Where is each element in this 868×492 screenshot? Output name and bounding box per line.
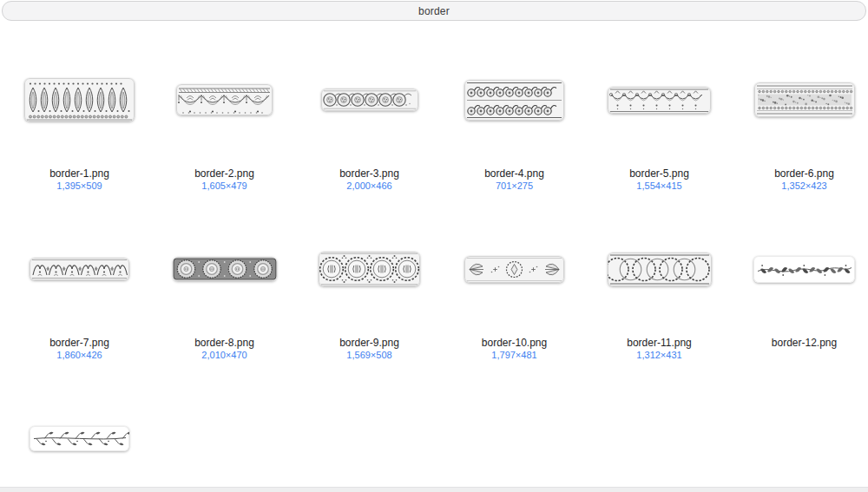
thumbnail-image[interactable]: [754, 82, 855, 117]
thumbnail-area: [608, 204, 712, 334]
file-item-5[interactable]: border-5.png1,554×415: [587, 35, 732, 192]
file-item-4[interactable]: border-4.png701×275: [442, 35, 587, 192]
thumbnail-area: [754, 35, 855, 165]
thumbnail-area: [173, 204, 277, 334]
palmette-ornament-graphic: [24, 78, 135, 121]
thumbnail-image[interactable]: [30, 426, 129, 451]
file-dimensions: 1,860×426: [56, 350, 102, 361]
file-name: border-12.png: [772, 337, 837, 349]
thumbnail-area: [464, 204, 564, 334]
file-name: border-4.png: [484, 167, 544, 180]
file-name: border-8.png: [194, 337, 254, 349]
file-item-9[interactable]: border-9.png1,569×508: [297, 204, 442, 361]
file-item-13[interactable]: [7, 373, 152, 492]
thumbnail-image[interactable]: [321, 89, 418, 111]
thumbnail-image[interactable]: [608, 253, 712, 286]
file-item-1[interactable]: border-1.png1,395×509: [7, 35, 152, 192]
file-grid: border-1.png1,395×509border-2.png1,605×4…: [7, 35, 868, 492]
arch-drop-ornament-graphic: [608, 87, 711, 114]
thumbnail-image[interactable]: [30, 258, 129, 280]
file-name: border-5.png: [629, 167, 689, 180]
interlocking-rings-ornament-graphic: [608, 253, 712, 286]
thumbnail-area: [753, 204, 855, 334]
vine-thin-ornament-graphic: [753, 256, 855, 283]
file-name: border-7.png: [49, 337, 109, 349]
file-name: border-11.png: [627, 337, 692, 349]
file-item-2[interactable]: border-2.png1,605×479: [152, 35, 297, 192]
thumbnail-image[interactable]: [753, 256, 855, 283]
file-dimensions: 2,000×466: [346, 180, 391, 192]
file-item-10[interactable]: border-10.png1,797×481: [442, 204, 587, 361]
swag-garland-ornament-graphic: [176, 84, 273, 115]
file-dimensions: 1,352×423: [781, 180, 826, 192]
file-dimensions: 1,554×415: [636, 180, 681, 192]
thumbnail-area: [319, 204, 420, 334]
file-dimensions: 1,797×481: [491, 350, 536, 361]
window-title: border: [418, 5, 450, 17]
thumbnail-area: [608, 35, 711, 165]
medallion-circles-ornament-graphic: [319, 252, 420, 286]
thumbnail-area: [30, 204, 129, 334]
thumbnail-image[interactable]: [24, 78, 135, 121]
file-name: border-9.png: [339, 337, 399, 349]
file-dimensions: 701×275: [496, 180, 533, 192]
thumbnail-image[interactable]: [319, 252, 420, 286]
thumbnail-area: [176, 35, 273, 165]
coin-circles-ornament-graphic: [173, 257, 277, 281]
file-dimensions: 2,010×470: [201, 350, 247, 361]
file-item-8[interactable]: border-8.png2,010×470: [152, 204, 297, 361]
thumbnail-image[interactable]: [464, 256, 564, 283]
thumbnail-image[interactable]: [173, 257, 277, 281]
thumbnail-area: [321, 35, 418, 165]
wave-rows-ornament-graphic: [464, 80, 564, 121]
file-item-3[interactable]: border-3.png2,000×466: [297, 35, 442, 192]
thumbnail-area: [24, 35, 135, 165]
file-item-6[interactable]: border-6.png1,352×423: [732, 35, 868, 192]
file-dimensions: 1,605×479: [201, 180, 247, 192]
thumbnail-image[interactable]: [176, 84, 273, 115]
scroll-wave-ornament-graphic: [321, 89, 418, 111]
vine-branch-ornament-graphic: [30, 426, 129, 451]
file-name: border-10.png: [482, 337, 547, 349]
file-name: border-3.png: [339, 167, 399, 180]
file-dimensions: 1,395×509: [56, 180, 102, 192]
file-dimensions: 1,312×431: [636, 350, 681, 361]
thumbnail-image[interactable]: [464, 80, 564, 121]
thumbnail-area: [464, 35, 564, 165]
file-item-11[interactable]: border-11.png1,312×431: [587, 204, 732, 361]
file-name: border-1.png: [49, 167, 109, 180]
thumbnail-image[interactable]: [608, 87, 711, 114]
heart-scroll-ornament-graphic: [30, 258, 129, 280]
bottom-strip: [0, 487, 868, 492]
file-item-7[interactable]: border-7.png1,860×426: [7, 204, 152, 361]
file-name: border-6.png: [774, 167, 834, 180]
beaded-bands-ornament-graphic: [754, 82, 855, 117]
leaf-sprig-ornament-graphic: [464, 256, 564, 283]
file-name: border-2.png: [194, 167, 254, 180]
title-bar-field[interactable]: border: [2, 1, 866, 21]
thumbnail-area: [30, 373, 129, 492]
file-dimensions: 1,569×508: [346, 350, 391, 361]
file-item-12[interactable]: border-12.png: [732, 204, 868, 361]
